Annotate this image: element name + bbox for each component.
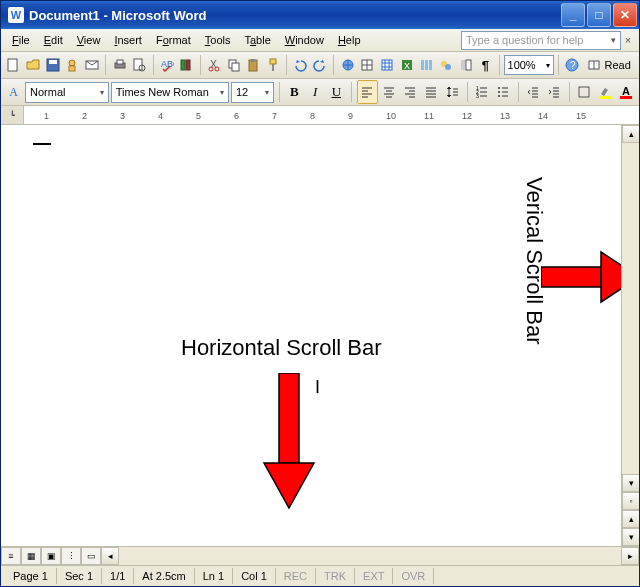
ruler-ticks: 1 2 3 4 5 6 7 8 9 10 11 12 13 14 15 bbox=[24, 106, 639, 124]
line-spacing-button[interactable] bbox=[443, 81, 462, 103]
hyperlink-button[interactable] bbox=[338, 54, 357, 76]
print-button[interactable] bbox=[110, 54, 129, 76]
menu-edit[interactable]: Edit bbox=[37, 32, 70, 48]
status-rec[interactable]: REC bbox=[276, 568, 316, 584]
horizontal-ruler[interactable]: ┗ 1 2 3 4 5 6 7 8 9 10 11 12 13 14 15 bbox=[1, 106, 639, 125]
bold-button[interactable]: B bbox=[285, 81, 304, 103]
svg-rect-12 bbox=[186, 60, 190, 70]
outline-view-button[interactable]: ⋮ bbox=[61, 547, 81, 565]
read-mode-button[interactable]: Read bbox=[582, 55, 635, 75]
svg-rect-46 bbox=[279, 373, 299, 463]
open-button[interactable] bbox=[24, 54, 43, 76]
ibeam-cursor-icon: I bbox=[315, 377, 320, 398]
next-page-button[interactable]: ▾ bbox=[622, 528, 639, 546]
email-button[interactable] bbox=[83, 54, 102, 76]
close-help-icon[interactable]: × bbox=[621, 34, 635, 46]
font-color-button[interactable]: A bbox=[617, 81, 636, 103]
svg-point-40 bbox=[498, 91, 500, 93]
borders-button[interactable] bbox=[575, 81, 594, 103]
style-combo[interactable]: Normal▾ bbox=[25, 82, 109, 103]
fontsize-combo[interactable]: 12▾ bbox=[231, 82, 274, 103]
docmap-button[interactable] bbox=[456, 54, 475, 76]
formatting-toolbar: A Normal▾ Times New Roman▾ 12▾ B I U 123… bbox=[1, 79, 639, 106]
prev-page-button[interactable]: ▴ bbox=[622, 510, 639, 528]
svg-text:A: A bbox=[622, 85, 630, 97]
copy-button[interactable] bbox=[224, 54, 243, 76]
menu-help[interactable]: Help bbox=[331, 32, 368, 48]
titlebar: W Document1 - Microsoft Word _ □ ✕ bbox=[1, 1, 639, 29]
help-placeholder: Type a question for help bbox=[466, 34, 583, 46]
drawing-button[interactable] bbox=[437, 54, 456, 76]
font-combo[interactable]: Times New Roman▾ bbox=[111, 82, 229, 103]
menu-table[interactable]: Table bbox=[237, 32, 277, 48]
bullet-list-button[interactable] bbox=[494, 81, 513, 103]
browse-object-button[interactable]: ◦ bbox=[622, 492, 639, 510]
print-preview-button[interactable] bbox=[130, 54, 149, 76]
word-app-icon: W bbox=[8, 7, 24, 23]
styles-pane-button[interactable]: A bbox=[4, 81, 23, 103]
numbered-list-button[interactable]: 123 bbox=[473, 81, 492, 103]
justify-button[interactable] bbox=[422, 81, 441, 103]
svg-rect-31 bbox=[461, 60, 465, 70]
maximize-button[interactable]: □ bbox=[587, 3, 611, 27]
align-center-button[interactable] bbox=[380, 81, 399, 103]
minimize-button[interactable]: _ bbox=[561, 3, 585, 27]
scroll-left-button[interactable]: ◂ bbox=[101, 547, 119, 565]
columns-button[interactable] bbox=[417, 54, 436, 76]
menu-insert[interactable]: Insert bbox=[107, 32, 149, 48]
scroll-right-button[interactable]: ▸ bbox=[621, 547, 639, 565]
scroll-up-button[interactable]: ▴ bbox=[622, 125, 639, 143]
show-hide-button[interactable]: ¶ bbox=[476, 54, 495, 76]
text-cursor bbox=[33, 143, 51, 145]
document-area[interactable]: Horizontal Scroll Bar Verical Scroll Bar… bbox=[1, 125, 639, 546]
scroll-down-button[interactable]: ▾ bbox=[622, 474, 639, 492]
menu-format[interactable]: Format bbox=[149, 32, 198, 48]
paste-button[interactable] bbox=[244, 54, 263, 76]
svg-point-30 bbox=[445, 64, 451, 70]
printlayout-view-button[interactable]: ▣ bbox=[41, 547, 61, 565]
new-doc-button[interactable] bbox=[4, 54, 23, 76]
svg-rect-0 bbox=[8, 59, 17, 71]
increase-indent-button[interactable] bbox=[545, 81, 564, 103]
status-ovr[interactable]: OVR bbox=[393, 568, 434, 584]
zoom-combo[interactable]: 100%▾ bbox=[504, 55, 554, 75]
excel-button[interactable]: X bbox=[397, 54, 416, 76]
statusbar: Page 1 Sec 1 1/1 At 2.5cm Ln 1 Col 1 REC… bbox=[1, 565, 639, 586]
horizontal-scrollbar[interactable]: ◂ ▸ bbox=[101, 548, 639, 564]
menu-tools[interactable]: Tools bbox=[198, 32, 238, 48]
redo-button[interactable] bbox=[311, 54, 330, 76]
close-button[interactable]: ✕ bbox=[613, 3, 637, 27]
undo-button[interactable] bbox=[291, 54, 310, 76]
status-line: Ln 1 bbox=[195, 568, 233, 584]
svg-rect-2 bbox=[49, 60, 57, 64]
svg-point-3 bbox=[69, 60, 75, 66]
svg-text:?: ? bbox=[570, 60, 576, 71]
highlight-button[interactable] bbox=[596, 81, 615, 103]
menu-window[interactable]: Window bbox=[278, 32, 331, 48]
tab-selector[interactable]: ┗ bbox=[1, 106, 24, 124]
decrease-indent-button[interactable] bbox=[524, 81, 543, 103]
research-button[interactable] bbox=[177, 54, 196, 76]
status-ext[interactable]: EXT bbox=[355, 568, 393, 584]
status-trk[interactable]: TRK bbox=[316, 568, 355, 584]
normal-view-button[interactable]: ≡ bbox=[1, 547, 21, 565]
help-icon-button[interactable]: ? bbox=[563, 54, 582, 76]
tables-borders-button[interactable] bbox=[358, 54, 377, 76]
save-button[interactable] bbox=[43, 54, 62, 76]
cut-button[interactable] bbox=[205, 54, 224, 76]
menu-file[interactable]: File bbox=[5, 32, 37, 48]
permission-button[interactable] bbox=[63, 54, 82, 76]
vertical-scrollbar[interactable]: ▴ ▾ ◦ ▴ ▾ bbox=[621, 125, 639, 546]
svg-rect-20 bbox=[272, 64, 274, 71]
help-search-input[interactable]: Type a question for help ▾ bbox=[461, 31, 621, 50]
italic-button[interactable]: I bbox=[306, 81, 325, 103]
insert-table-button[interactable] bbox=[378, 54, 397, 76]
menu-view[interactable]: View bbox=[70, 32, 108, 48]
underline-button[interactable]: U bbox=[327, 81, 346, 103]
align-left-button[interactable] bbox=[357, 80, 378, 104]
spellcheck-button[interactable]: ABC bbox=[157, 54, 176, 76]
reading-view-button[interactable]: ▭ bbox=[81, 547, 101, 565]
format-painter-button[interactable] bbox=[264, 54, 283, 76]
weblayout-view-button[interactable]: ▦ bbox=[21, 547, 41, 565]
align-right-button[interactable] bbox=[401, 81, 420, 103]
